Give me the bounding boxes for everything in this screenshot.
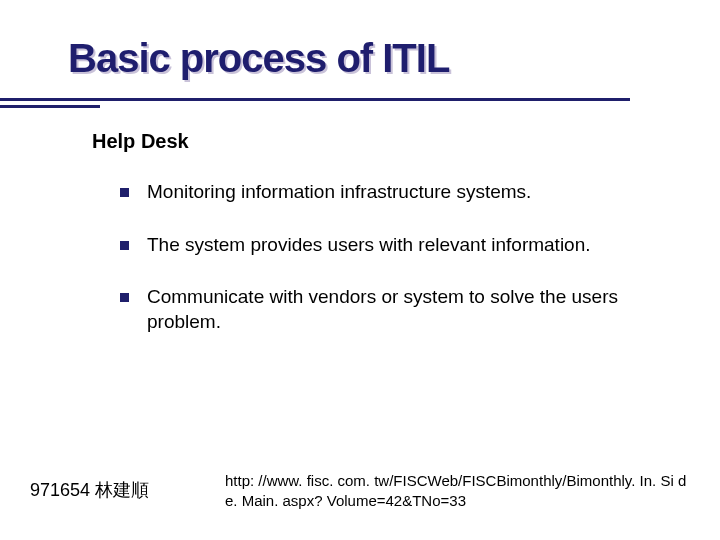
bullet-square-icon [120, 188, 129, 197]
list-item: The system provides users with relevant … [120, 233, 680, 258]
bullet-list: Monitoring information infrastructure sy… [120, 180, 680, 363]
bullet-text: The system provides users with relevant … [147, 233, 591, 258]
list-item: Communicate with vendors or system to so… [120, 285, 680, 334]
section-subtitle: Help Desk [92, 130, 189, 153]
footer-url: http: //www. fisc. com. tw/FISCWeb/FISCB… [225, 471, 690, 510]
slide-title: Basic process of ITIL [68, 36, 449, 81]
bullet-square-icon [120, 293, 129, 302]
list-item: Monitoring information infrastructure sy… [120, 180, 680, 205]
title-rule-short [0, 105, 100, 108]
footer-author: 971654 林建順 [30, 478, 149, 502]
bullet-text: Communicate with vendors or system to so… [147, 285, 680, 334]
bullet-square-icon [120, 241, 129, 250]
bullet-text: Monitoring information infrastructure sy… [147, 180, 531, 205]
title-rule-long [0, 98, 630, 101]
